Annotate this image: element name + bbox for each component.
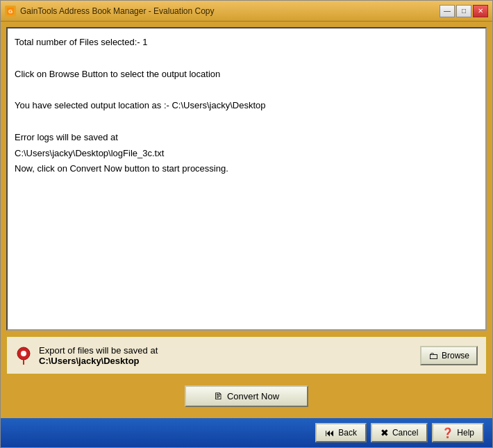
bottom-bar: ⏮ Back ✖ Cancel ❓ Help — [1, 418, 492, 447]
main-window: G GainTools Address Book Manager - Evalu… — [0, 0, 493, 448]
log-line-8: C:\Users\jacky\Desktop\logFile_3c.txt — [15, 147, 478, 161]
log-line-4 — [15, 83, 478, 97]
maximize-button[interactable]: □ — [456, 5, 471, 17]
back-icon: ⏮ — [325, 427, 335, 438]
log-line-5: You have selected output location as :- … — [15, 99, 478, 113]
help-label: Help — [457, 428, 474, 438]
log-line-7: Error logs will be saved at — [15, 131, 478, 145]
window-title: GainTools Address Book Manager - Evaluat… — [20, 6, 215, 16]
help-icon: ❓ — [442, 427, 453, 438]
browse-section: Export of files will be saved at C:\User… — [6, 336, 487, 374]
title-controls: — □ ✕ — [440, 5, 488, 17]
browse-left: Export of files will be saved at C:\User… — [15, 345, 158, 366]
minimize-button[interactable]: — — [440, 5, 455, 17]
title-bar-left: G GainTools Address Book Manager - Evalu… — [5, 6, 215, 17]
log-line-1: Total number of Files selected:- 1 — [15, 35, 478, 50]
app-icon: G — [5, 6, 16, 17]
browse-button-label: Browse — [442, 351, 469, 360]
convert-now-button[interactable]: 🖹 Convert Now — [185, 385, 308, 407]
export-label: Export of files will be saved at — [39, 345, 158, 356]
svg-text:G: G — [8, 8, 12, 15]
folder-icon: 🗀 — [428, 350, 438, 361]
close-button[interactable]: ✕ — [473, 5, 488, 17]
back-button[interactable]: ⏮ Back — [315, 423, 367, 442]
convert-button-label: Convert Now — [227, 391, 279, 401]
log-line-9: Now, click on Convert Now button to star… — [15, 162, 478, 176]
browse-text: Export of files will be saved at C:\User… — [39, 345, 158, 366]
window-body: Total number of Files selected:- 1 Click… — [1, 22, 492, 418]
cancel-label: Cancel — [392, 428, 418, 438]
browse-button[interactable]: 🗀 Browse — [420, 346, 478, 365]
convert-section: 🖹 Convert Now — [6, 380, 487, 413]
log-area: Total number of Files selected:- 1 Click… — [6, 27, 487, 331]
help-button[interactable]: ❓ Help — [432, 423, 484, 442]
cancel-button[interactable]: ✖ Cancel — [371, 423, 428, 442]
cancel-icon: ✖ — [381, 427, 389, 438]
log-line-2 — [15, 51, 478, 66]
back-label: Back — [338, 428, 357, 438]
location-icon — [15, 346, 32, 365]
export-path: C:\Users\jacky\Desktop — [39, 356, 158, 366]
svg-point-3 — [21, 351, 26, 356]
convert-icon: 🖹 — [214, 391, 223, 401]
log-line-6 — [15, 115, 478, 129]
log-line-3: Click on Browse Button to select the out… — [15, 67, 478, 82]
title-bar: G GainTools Address Book Manager - Evalu… — [1, 1, 492, 22]
